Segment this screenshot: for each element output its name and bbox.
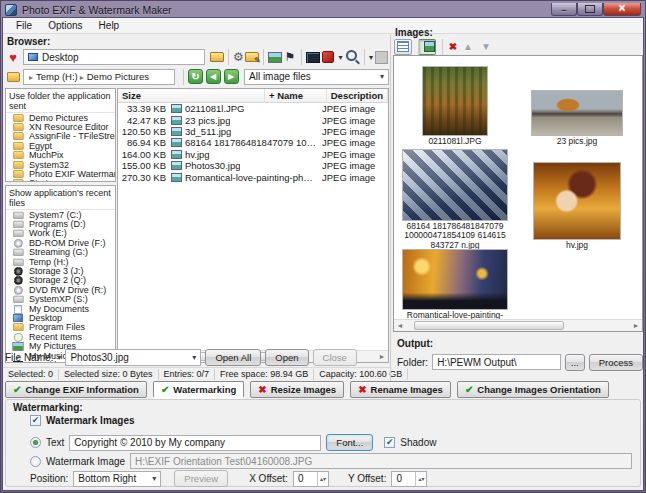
- gear-icon[interactable]: [228, 49, 244, 65]
- thumbnail[interactable]: 23 pics.jpg: [516, 60, 638, 146]
- watermarking-group: Watermarking: Watermark Images Text Copy…: [5, 399, 641, 487]
- search-icon[interactable]: [345, 49, 361, 65]
- open-all-button[interactable]: Open All: [205, 349, 261, 366]
- thumbnail-caption: 68164 181786481847079 100000471854109 61…: [396, 222, 514, 251]
- tab[interactable]: Rename Images: [350, 381, 451, 398]
- spinner-arrows-icon[interactable]: ▴▾: [317, 472, 328, 486]
- position-row: Position: Bottom Right ▾ Preview X Offse…: [30, 470, 427, 487]
- text-radio[interactable]: [30, 437, 41, 448]
- forward-icon[interactable]: [223, 69, 239, 85]
- column-header[interactable]: Description: [327, 89, 388, 103]
- image-file-icon: [171, 161, 182, 170]
- scrollbar-thumb[interactable]: [414, 321, 564, 330]
- watermark-images-checkbox[interactable]: [30, 415, 41, 426]
- location-combobox[interactable]: Desktop: [23, 49, 205, 65]
- new-folder-icon[interactable]: [209, 49, 225, 65]
- thumbnail[interactable]: 68164 181786481847079 100000471854109 61…: [394, 146, 516, 250]
- file-name: hv.jpg: [185, 149, 210, 160]
- thumbs-view-icon[interactable]: [418, 39, 436, 55]
- thumbnails-hscrollbar[interactable]: ◄ ►: [394, 319, 642, 331]
- status-segment: Selected: 0: [3, 369, 59, 380]
- dropdown-icon[interactable]: [364, 49, 373, 65]
- flag-icon[interactable]: [282, 49, 298, 65]
- file-name-value: Photos30.jpg: [70, 352, 128, 363]
- output-folder-field[interactable]: H:\PEWM Output\: [432, 354, 561, 370]
- column-header[interactable]: + Name: [265, 89, 327, 103]
- refresh-icon[interactable]: [183, 69, 203, 85]
- favorites-icon[interactable]: [5, 49, 21, 65]
- y-offset-stepper[interactable]: 0 ▴▾: [391, 471, 427, 487]
- file-size: 270.30 KB: [118, 172, 171, 183]
- table-row[interactable]: 42.47 KB 23 pics.jpg JPEG image: [118, 114, 388, 125]
- process-button[interactable]: Process: [589, 354, 643, 371]
- x-offset-stepper[interactable]: 0 ▴▾: [293, 471, 329, 487]
- tab[interactable]: Change Images Orientation: [457, 381, 609, 398]
- table-row[interactable]: 164.00 KB hv.jpg JPEG image: [118, 149, 388, 160]
- shadow-checkbox[interactable]: [384, 437, 395, 448]
- sidebar-folder-item[interactable]: Startup: [6, 179, 115, 182]
- tab-status-icon: [465, 384, 473, 395]
- browse-button[interactable]: ...: [565, 354, 585, 371]
- tab[interactable]: Resize Images: [250, 381, 344, 398]
- move-up-icon[interactable]: [460, 39, 476, 55]
- tab-status-icon: [161, 384, 169, 395]
- tab[interactable]: Change EXIF Information: [5, 381, 147, 398]
- watermark-text-row: Text Copyright © 2010 by My company Font…: [30, 434, 632, 451]
- close-button[interactable]: Close: [313, 349, 357, 366]
- edit-folder-icon[interactable]: [244, 49, 260, 65]
- table-row[interactable]: 86.94 KB 68164 181786481847079 100000471…: [118, 137, 388, 148]
- breadcrumb[interactable]: Temp (H:)Demo Pictures: [23, 69, 175, 85]
- thumbnail[interactable]: 0211081l.JPG: [394, 60, 516, 146]
- thumbnail[interactable]: Romantical-love-painting-photo.jpg: [394, 250, 516, 330]
- browser-section-label: Browser:: [7, 36, 50, 47]
- file-list: Size+ NameDescription 33.39 KB 0211081l.…: [117, 88, 389, 363]
- image-icon[interactable]: [263, 49, 282, 65]
- scroll-left-icon[interactable]: ◄: [394, 320, 406, 331]
- spinner-arrows-icon[interactable]: ▴▾: [415, 472, 426, 486]
- details-view-icon[interactable]: [394, 39, 412, 55]
- breadcrumb-item[interactable]: Temp (H:): [27, 71, 78, 82]
- shadow-label: Shadow: [400, 437, 436, 448]
- maximize-icon[interactable]: [577, 3, 603, 16]
- menu-item[interactable]: Options: [41, 19, 89, 32]
- watermark-image-radio[interactable]: [30, 456, 41, 467]
- preview-button[interactable]: Preview: [174, 470, 228, 487]
- breadcrumb-item[interactable]: Demo Pictures: [78, 71, 149, 82]
- x-offset-label: X Offset:: [249, 473, 288, 484]
- font-button[interactable]: Font...: [326, 434, 373, 451]
- dropdown-icon[interactable]: [336, 49, 345, 65]
- scroll-right-icon[interactable]: ►: [630, 320, 642, 331]
- file-name-combobox[interactable]: Photos30.jpg ▾: [65, 349, 201, 366]
- menu-item[interactable]: Help: [92, 19, 127, 32]
- table-row[interactable]: 155.00 KB Photos30.jpg JPEG image: [118, 160, 388, 171]
- app-red-icon[interactable]: [320, 49, 336, 65]
- chevron-down-icon[interactable]: ▾: [57, 353, 61, 362]
- watermark-image-field[interactable]: H:\EXIF Orientation Test\04160008.JPG: [130, 453, 632, 469]
- tab[interactable]: Watermarking: [153, 381, 244, 398]
- status-segment: Capacity: 100.60 GB: [314, 369, 408, 380]
- file-size: 120.50 KB: [118, 126, 171, 137]
- table-row[interactable]: 120.50 KB 3d_511.jpg JPEG image: [118, 126, 388, 137]
- position-combobox[interactable]: Bottom Right ▾: [73, 471, 161, 487]
- desktop-icon: [28, 53, 38, 61]
- close-icon[interactable]: [603, 3, 641, 16]
- watermark-text-field[interactable]: Copyright © 2010 by My company: [69, 435, 321, 451]
- pane-splitter[interactable]: [390, 34, 391, 398]
- file-name: 3d_511.jpg: [185, 126, 231, 137]
- file-name-row: File Name: ▾ Photos30.jpg ▾ Open All Ope…: [5, 348, 389, 366]
- remove-icon[interactable]: [442, 39, 458, 55]
- thumbnail-caption: 0211081l.JPG: [428, 137, 481, 147]
- menu-item[interactable]: File: [9, 19, 39, 32]
- table-row[interactable]: 33.39 KB 0211081l.JPG JPEG image: [118, 103, 388, 114]
- thumbnail[interactable]: hv.jpg: [516, 146, 638, 250]
- file-filter-combobox[interactable]: All image files ▾: [244, 69, 389, 85]
- table-row[interactable]: 270.30 KB Romantical-love-painting-photo…: [118, 171, 388, 182]
- move-down-icon[interactable]: [478, 39, 494, 55]
- column-header[interactable]: Size: [118, 89, 265, 103]
- open-button[interactable]: Open: [265, 349, 308, 366]
- monitor-icon[interactable]: [301, 49, 320, 65]
- back-icon[interactable]: [205, 69, 221, 85]
- minimize-icon[interactable]: [551, 3, 577, 16]
- stop-icon[interactable]: [373, 49, 389, 65]
- image-file-icon: [171, 104, 182, 113]
